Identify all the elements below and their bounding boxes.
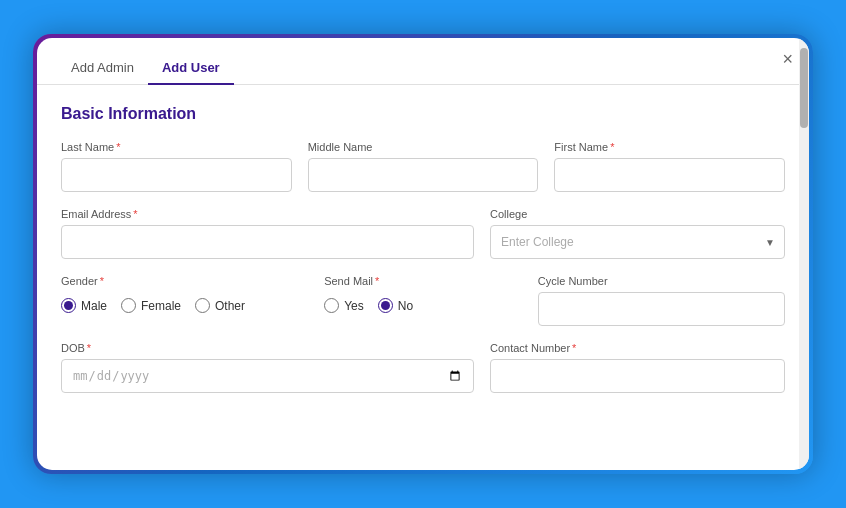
- dob-group: DOB*: [61, 342, 474, 393]
- send-mail-group: Send Mail* Yes No: [324, 275, 522, 326]
- modal-outer-border: Add Admin Add User × Basic Information L…: [33, 34, 813, 474]
- cycle-number-group: Cycle Number: [538, 275, 785, 326]
- scrollbar-thumb[interactable]: [800, 48, 808, 128]
- last-name-label: Last Name*: [61, 141, 292, 153]
- name-row: Last Name* Middle Name First Name*: [61, 141, 785, 192]
- college-group: College Enter College ▼: [490, 208, 785, 259]
- modal-container: Add Admin Add User × Basic Information L…: [37, 38, 809, 470]
- cycle-number-label: Cycle Number: [538, 275, 785, 287]
- last-name-input[interactable]: [61, 158, 292, 192]
- first-name-input[interactable]: [554, 158, 785, 192]
- dob-input[interactable]: [61, 359, 474, 393]
- email-label: Email Address*: [61, 208, 474, 220]
- contact-input[interactable]: [490, 359, 785, 393]
- first-name-label: First Name*: [554, 141, 785, 153]
- send-mail-yes-label[interactable]: Yes: [324, 298, 364, 313]
- college-select-wrapper: Enter College ▼: [490, 225, 785, 259]
- gender-label: Gender*: [61, 275, 308, 287]
- send-mail-radio-group: Yes No: [324, 298, 522, 313]
- email-college-row: Email Address* College Enter College ▼: [61, 208, 785, 259]
- send-mail-yes-radio[interactable]: [324, 298, 339, 313]
- tab-add-user[interactable]: Add User: [148, 52, 234, 85]
- middle-name-group: Middle Name: [308, 141, 539, 192]
- email-group: Email Address*: [61, 208, 474, 259]
- send-mail-no-label[interactable]: No: [378, 298, 413, 313]
- college-label: College: [490, 208, 785, 220]
- send-mail-no-radio[interactable]: [378, 298, 393, 313]
- middle-name-label: Middle Name: [308, 141, 539, 153]
- gender-group: Gender* Male Female Other: [61, 275, 308, 326]
- first-name-group: First Name*: [554, 141, 785, 192]
- close-button[interactable]: ×: [782, 50, 793, 68]
- contact-label: Contact Number*: [490, 342, 785, 354]
- email-input[interactable]: [61, 225, 474, 259]
- modal-body: Basic Information Last Name* Middle Name…: [37, 85, 809, 470]
- gender-radio-group: Male Female Other: [61, 298, 308, 313]
- scrollbar-track: [799, 38, 809, 470]
- cycle-number-input[interactable]: [538, 292, 785, 326]
- middle-name-input[interactable]: [308, 158, 539, 192]
- last-name-group: Last Name*: [61, 141, 292, 192]
- tab-add-admin[interactable]: Add Admin: [57, 52, 148, 85]
- gender-female-radio[interactable]: [121, 298, 136, 313]
- modal-header: Add Admin Add User ×: [37, 38, 809, 85]
- college-select[interactable]: Enter College: [490, 225, 785, 259]
- gender-other-label[interactable]: Other: [195, 298, 245, 313]
- send-mail-label: Send Mail*: [324, 275, 522, 287]
- dob-label: DOB*: [61, 342, 474, 354]
- gender-other-radio[interactable]: [195, 298, 210, 313]
- contact-group: Contact Number*: [490, 342, 785, 393]
- gender-female-label[interactable]: Female: [121, 298, 181, 313]
- gender-male-label[interactable]: Male: [61, 298, 107, 313]
- gender-male-radio[interactable]: [61, 298, 76, 313]
- section-title: Basic Information: [61, 105, 785, 123]
- dob-contact-row: DOB* Contact Number*: [61, 342, 785, 393]
- gender-sendmail-row: Gender* Male Female Other: [61, 275, 785, 326]
